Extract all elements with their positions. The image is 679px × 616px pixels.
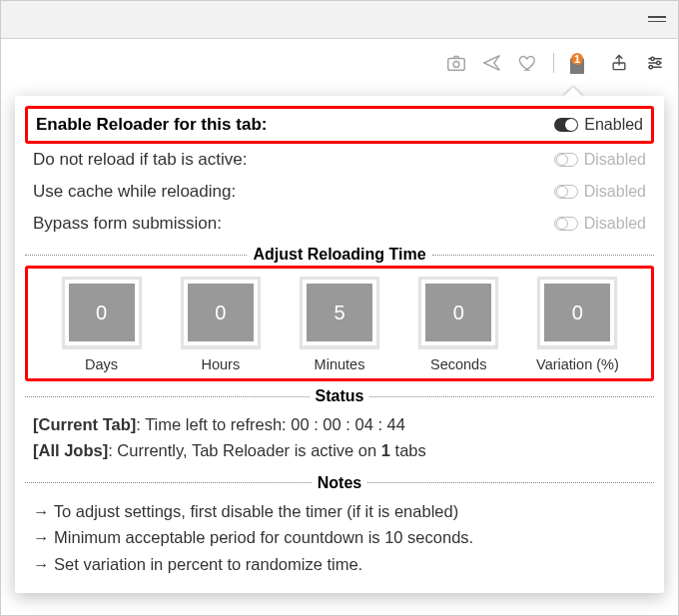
time-days-input[interactable]: 0 bbox=[62, 277, 142, 348]
use-cache-state: Disabled bbox=[584, 183, 646, 201]
bypass-form-label: Bypass form submission: bbox=[33, 214, 222, 234]
enable-state: Enabled bbox=[584, 116, 643, 134]
no-reload-active-toggle[interactable] bbox=[554, 153, 578, 167]
heart-icon[interactable] bbox=[517, 52, 539, 74]
time-days-col: 0 Days bbox=[46, 277, 157, 372]
no-reload-active-label: Do not reload if tab is active: bbox=[33, 150, 248, 170]
browser-toolbar: 1 bbox=[1, 39, 678, 87]
notes-body: To adjust settings, first disable the ti… bbox=[25, 494, 654, 581]
hamburger-icon[interactable] bbox=[648, 13, 666, 25]
use-cache-toggle[interactable] bbox=[554, 185, 578, 199]
camera-icon[interactable] bbox=[445, 52, 467, 74]
enable-highlight-box: Enable Reloader for this tab: Enabled bbox=[25, 106, 654, 144]
time-hours-label: Hours bbox=[201, 356, 240, 372]
send-icon[interactable] bbox=[481, 52, 503, 74]
time-section-title: Adjust Reloading Time bbox=[253, 246, 425, 264]
time-row: 0 Days 0 Hours 5 Minutes 0 Seconds 0 Var… bbox=[28, 269, 651, 378]
status-section-title: Status bbox=[316, 387, 364, 405]
status-current-line: [Current Tab]: Time left to refresh: 00 … bbox=[33, 411, 646, 437]
enable-label: Enable Reloader for this tab: bbox=[36, 115, 267, 135]
svg-rect-0 bbox=[448, 58, 465, 70]
time-minutes-input[interactable]: 5 bbox=[300, 277, 379, 348]
settings-sliders-icon[interactable] bbox=[644, 52, 666, 74]
no-reload-active-state: Disabled bbox=[584, 151, 646, 169]
status-body: [Current Tab]: Time left to refresh: 00 … bbox=[25, 407, 654, 468]
svg-point-6 bbox=[649, 66, 652, 69]
time-seconds-label: Seconds bbox=[430, 356, 486, 372]
time-minutes-col: 5 Minutes bbox=[284, 277, 394, 372]
time-hours-col: 0 Hours bbox=[165, 277, 276, 372]
bypass-form-state: Disabled bbox=[584, 215, 646, 233]
bypass-form-row: Bypass form submission: Disabled bbox=[25, 208, 654, 240]
status-all-line: [All Jobs]: Currently, Tab Reloader is a… bbox=[33, 437, 646, 463]
popup-arrow bbox=[563, 87, 583, 97]
time-minutes-label: Minutes bbox=[315, 356, 365, 372]
notes-section-title: Notes bbox=[318, 474, 361, 492]
time-hours-input[interactable]: 0 bbox=[181, 277, 261, 348]
time-highlight-box: 0 Days 0 Hours 5 Minutes 0 Seconds 0 Var… bbox=[25, 266, 654, 381]
browser-top-strip bbox=[1, 1, 678, 39]
extension-popup: Enable Reloader for this tab: Enabled Do… bbox=[15, 96, 664, 593]
time-section-header: Adjust Reloading Time bbox=[25, 246, 654, 264]
time-seconds-input[interactable]: 0 bbox=[418, 277, 498, 348]
status-section-header: Status bbox=[25, 387, 654, 405]
enable-row: Enable Reloader for this tab: Enabled bbox=[28, 109, 651, 141]
note-line: Minimum acceptable period for countdown … bbox=[33, 524, 646, 550]
toolbar-divider bbox=[553, 53, 554, 73]
note-line: To adjust settings, first disable the ti… bbox=[33, 498, 646, 524]
note-line: Set variation in percent to randomize ti… bbox=[33, 551, 646, 577]
time-variation-input[interactable]: 0 bbox=[537, 277, 617, 348]
notes-section-header: Notes bbox=[25, 474, 654, 492]
share-icon[interactable] bbox=[608, 52, 630, 74]
extension-button[interactable]: 1 bbox=[568, 52, 594, 74]
time-seconds-col: 0 Seconds bbox=[403, 277, 514, 372]
time-days-label: Days bbox=[85, 356, 118, 372]
extension-badge-count: 1 bbox=[574, 53, 580, 65]
bypass-form-toggle[interactable] bbox=[554, 217, 578, 231]
use-cache-row: Use cache while reloading: Disabled bbox=[25, 176, 654, 208]
time-variation-label: Variation (%) bbox=[536, 356, 619, 372]
svg-point-1 bbox=[453, 61, 459, 67]
enable-toggle[interactable] bbox=[554, 118, 578, 132]
no-reload-active-row: Do not reload if tab is active: Disabled bbox=[25, 144, 654, 176]
use-cache-label: Use cache while reloading: bbox=[33, 182, 236, 202]
time-variation-col: 0 Variation (%) bbox=[522, 277, 633, 372]
svg-point-4 bbox=[651, 57, 654, 60]
svg-point-5 bbox=[657, 61, 660, 64]
